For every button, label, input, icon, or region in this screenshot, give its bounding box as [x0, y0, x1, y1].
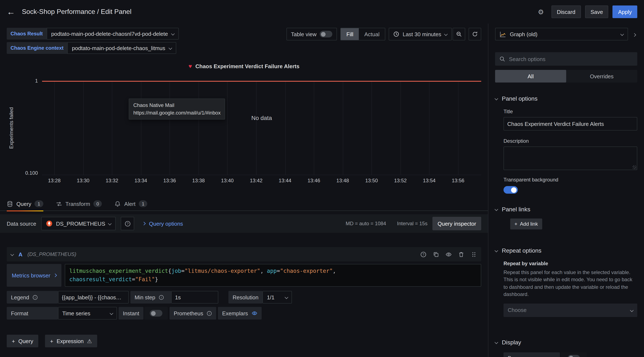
panel-links-section[interactable]: Panel links: [495, 206, 637, 213]
save-button[interactable]: Save: [585, 6, 608, 18]
instant-field-label: Instant: [118, 307, 144, 319]
variable-select-chaos-result[interactable]: podtato-main-pod-delete-chaosnl7vd-pod-d…: [46, 28, 179, 40]
panel-options-body: Title Description Transparent background: [495, 109, 637, 195]
save-label: Save: [590, 9, 603, 15]
help-icon[interactable]: [420, 251, 426, 257]
info-icon: [32, 294, 38, 300]
page-title: Sock-Shop Performance / Edit Panel: [22, 8, 132, 16]
bars-label: Bars: [504, 352, 560, 357]
variables-bar: Chaos Result podtato-main-pod-delete-cha…: [0, 24, 488, 54]
collapse-sidebar-button[interactable]: [632, 29, 637, 39]
add-expression-button[interactable]: + Expression ⚠: [45, 335, 97, 347]
transparent-background-switch[interactable]: [504, 186, 518, 194]
instant-switch[interactable]: [150, 310, 162, 316]
tab-alert[interactable]: Alert 1: [114, 197, 148, 211]
query-editor: A (DS_PROMETHEUS) Metrics browser: [0, 247, 488, 319]
promql-editor-row: Metrics browser litmuschaos_experiment_v…: [7, 264, 481, 287]
query-options-toggle[interactable]: Query options: [142, 220, 183, 227]
add-query-button[interactable]: + Query: [7, 335, 38, 347]
format-select[interactable]: Time series: [58, 307, 117, 319]
x-tick-label: 13:32: [106, 178, 118, 184]
x-tick-label: 13:54: [423, 178, 436, 184]
duplicate-icon[interactable]: [433, 251, 439, 257]
panel-description-textarea[interactable]: [504, 147, 637, 170]
fill-option[interactable]: Fill: [341, 28, 359, 40]
tab-label: Query: [16, 201, 31, 207]
panel-title-input[interactable]: [504, 117, 637, 131]
repeat-options-section[interactable]: Repeat options: [495, 247, 637, 254]
table-view-switch[interactable]: [320, 31, 332, 38]
transform-icon: [56, 201, 62, 207]
time-range-picker[interactable]: Last 30 minutes: [389, 28, 452, 41]
gridline: [227, 81, 228, 175]
bars-switch[interactable]: [568, 355, 580, 357]
chart-plot-area[interactable]: No data Chaos Native Mail https://mail.g…: [42, 81, 481, 175]
y-axis-label: Experiments failed: [8, 107, 14, 149]
min-step-input[interactable]: [171, 291, 218, 303]
tab-overrides[interactable]: Overrides: [566, 70, 637, 83]
query-type-label: Prometheus: [170, 307, 216, 319]
resolution-select[interactable]: 1/1: [263, 291, 292, 303]
repeat-description: Repeat this panel for each value in the …: [504, 269, 637, 298]
gridline: [314, 81, 314, 175]
add-expression-label: Expression: [56, 338, 84, 344]
drag-grip-icon[interactable]: [471, 251, 477, 257]
min-step-field-label: Min step: [130, 291, 171, 303]
actual-option[interactable]: Actual: [359, 28, 385, 40]
panel-options-section[interactable]: Panel options: [495, 95, 637, 102]
display-section[interactable]: Display: [495, 339, 637, 345]
query-inspector-button[interactable]: Query inspector: [432, 217, 481, 230]
data-source-picker[interactable]: DS_PROMETHEUS: [41, 217, 116, 230]
tab-all[interactable]: All: [495, 70, 566, 83]
tab-transform[interactable]: Transform 0: [56, 197, 102, 211]
visualization-picker[interactable]: Graph (old): [495, 28, 628, 41]
repeat-variable-select[interactable]: Choose: [504, 303, 637, 317]
hide-query-eye-icon[interactable]: [446, 251, 452, 257]
exemplars-eye-icon[interactable]: [251, 310, 257, 316]
chevron-down-icon: [110, 311, 113, 315]
collapse-chevron-icon[interactable]: [10, 253, 14, 256]
data-source-help-button[interactable]: [121, 217, 134, 230]
resolution-field-label: Resolution: [228, 291, 263, 303]
legend-field-label: Legend: [7, 291, 58, 303]
apply-button[interactable]: Apply: [613, 6, 637, 18]
gridline: [141, 81, 141, 175]
tooltip-link: https://mail.google.com/mail/u/1/#inbox: [133, 109, 221, 117]
gear-icon: ⚙: [538, 8, 544, 16]
discard-button[interactable]: Discard: [552, 6, 581, 18]
delete-query-trash-icon[interactable]: [458, 251, 464, 257]
x-tick-label: 13:42: [250, 178, 262, 184]
variable-select-chaos-engine-context[interactable]: podtato-main-pod-delete-chaos_litmus: [67, 42, 176, 54]
refresh-button[interactable]: [468, 28, 481, 41]
plus-icon: +: [50, 338, 53, 344]
metrics-browser-button[interactable]: Metrics browser: [7, 264, 62, 287]
gridline: [198, 81, 199, 175]
x-tick-label: 13:40: [221, 178, 234, 184]
exemplars-field-label: Exemplars: [218, 307, 262, 319]
time-controls: Last 30 minutes: [389, 28, 465, 41]
panel-options-sidebar: Graph (old) All Overrides Panel options …: [488, 24, 644, 357]
description-wrap: [504, 147, 637, 170]
tab-query[interactable]: Query 1: [7, 197, 43, 211]
options-search[interactable]: [495, 52, 637, 66]
x-tick-label: 13:38: [192, 178, 205, 184]
add-link-button[interactable]: + Add link: [510, 218, 542, 229]
search-icon: [499, 56, 505, 62]
promql-query-field[interactable]: litmuschaos_experiment_verdict{job="litm…: [65, 264, 482, 287]
query-row-header[interactable]: A (DS_PROMETHEUS): [7, 247, 481, 261]
settings-button[interactable]: ⚙: [535, 6, 547, 18]
zoom-out-button[interactable]: [452, 28, 465, 41]
x-tick-label: 13:34: [134, 178, 147, 184]
legend-input[interactable]: [58, 291, 129, 303]
prometheus-icon: [46, 220, 52, 227]
metrics-browser-label: Metrics browser: [12, 272, 50, 278]
y-axis: Experiments failed 1 0.100: [7, 81, 40, 175]
back-button[interactable]: ←: [7, 8, 15, 16]
x-tick-label: 13:52: [394, 178, 407, 184]
gridline: [112, 81, 112, 175]
options-search-input[interactable]: [509, 56, 633, 62]
x-tick-label: 13:50: [365, 178, 378, 184]
query-datasource-hint: (DS_PROMETHEUS): [28, 251, 76, 257]
info-icon: [158, 294, 164, 300]
header-actions: ⚙ Discard Save Apply: [535, 6, 638, 18]
